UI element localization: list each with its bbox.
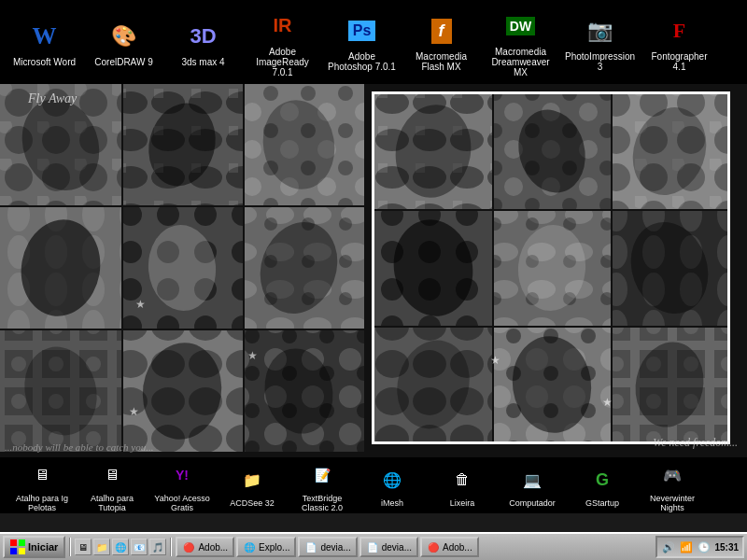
icon-label-textbridge: TextBridge Classic 2.0: [289, 494, 355, 512]
taskbar-btn-label-explorer: Explo...: [259, 542, 289, 553]
icon-acdsee[interactable]: 📁 ACDSee 32: [219, 463, 285, 508]
svg-text:★: ★: [129, 405, 139, 418]
taskbar-btn-label-devia-1: devia...: [320, 542, 350, 553]
icon-computador[interactable]: 💻 Computador: [500, 463, 565, 508]
windows-logo: [10, 539, 25, 554]
taskbar-quick-icon-3[interactable]: 🌐: [112, 539, 129, 555]
taskbar-btn-icon-adob-2: 🔴: [427, 540, 440, 553]
taskbar-btn-label-devia-2: devia...: [382, 542, 412, 553]
logo-q1: [10, 539, 17, 546]
icon-lixeira[interactable]: 🗑 Lixeira: [430, 463, 495, 508]
bottom-icon-bar: 🖥 Atalho para Ig Pelotas 🖥 Atalho para T…: [0, 457, 747, 513]
wallpaper-text-fly-away: Fly Away: [28, 91, 77, 106]
icon-3dsmax[interactable]: 3D 3ds max 4: [168, 18, 238, 67]
icon-label-adobe-imageready: Adobe ImageReady 7.0.1: [247, 47, 317, 77]
taskbar-quick-icon-1[interactable]: 🖥: [75, 539, 92, 555]
taskbar: Iniciar 🖥 📁 🌐 📧 🎵 🔴 Adob... 🌐 Explo... 📄: [0, 532, 747, 560]
icon-label-acdsee: ACDSee 32: [230, 498, 275, 508]
icon-label-computador: Computador: [509, 498, 556, 508]
icon-label-gstartup: GStartup: [585, 498, 619, 508]
svg-text:★: ★: [602, 396, 613, 409]
icon-label-yahoo-acesso: Yahoo! Acesso Gratis: [149, 494, 215, 512]
icon-photoimpression[interactable]: 📷 PhotoImpression 3: [565, 12, 635, 72]
taskbar-btn-label-adob-2: Adob...: [443, 542, 472, 553]
icon-label-microsoft-word: Microsoft Word: [13, 57, 76, 67]
start-label: Iniciar: [28, 541, 58, 553]
top-icon-bar: W Microsoft Word 🎨 CorelDRAW 9 3D 3ds ma…: [0, 0, 747, 84]
wallpaper-area: ★ ★ ★ ★ ★: [0, 84, 747, 457]
icon-atalho-tutopia[interactable]: 🖥 Atalho para Tutopia: [79, 458, 145, 512]
wallpaper-text-bottom-left: ...nobody will be able to catch you...: [5, 441, 153, 453]
taskbar-quick-icon-5[interactable]: 🎵: [149, 539, 166, 555]
wallpaper-svg: ★ ★ ★ ★ ★: [0, 84, 747, 457]
taskbar-quick-icon-4[interactable]: 📧: [131, 539, 148, 555]
icon-yahoo-acesso[interactable]: Y! Yahoo! Acesso Gratis: [149, 458, 215, 512]
icon-label-adobe-photoshop: Adobe Photoshop 7.0.1: [327, 51, 397, 72]
taskbar-btn-devia-1[interactable]: 📄 devia...: [298, 537, 357, 557]
icon-macromedia-flash[interactable]: f Macromedia Flash MX: [406, 12, 476, 72]
quick-launch: 🖥 📁 🌐 📧 🎵: [75, 539, 166, 555]
system-tray: 🔊 📶 🕒 15:31: [655, 536, 744, 558]
tray-icon-network[interactable]: 🔊: [661, 539, 676, 554]
svg-text:★: ★: [490, 354, 500, 367]
logo-q3: [10, 548, 17, 554]
taskbar-btn-adob-2[interactable]: 🔴 Adob...: [420, 537, 479, 557]
logo-q4: [19, 548, 25, 554]
icon-label-macromedia-flash: Macromedia Flash MX: [406, 51, 476, 72]
icon-adobe-photoshop[interactable]: Ps Adobe Photoshop 7.0.1: [327, 12, 397, 72]
icon-label-neverwinter: Neverwinter Nights: [640, 494, 705, 512]
icon-label-lixeira: Lixeira: [450, 498, 475, 508]
taskbar-divider-2: [170, 538, 172, 556]
taskbar-running-apps: 🔴 Adob... 🌐 Explo... 📄 devia... 📄 devia.…: [176, 537, 654, 557]
icon-adobe-imageready[interactable]: IR Adobe ImageReady 7.0.1: [247, 7, 317, 77]
icon-atalho-pelotas[interactable]: 🖥 Atalho para Ig Pelotas: [9, 458, 75, 512]
taskbar-btn-explorer[interactable]: 🌐 Explo...: [236, 537, 296, 557]
icon-neverwinter[interactable]: 🎮 Neverwinter Nights: [640, 458, 705, 512]
icon-textbridge[interactable]: 📝 TextBridge Classic 2.0: [289, 458, 355, 512]
icon-label-3dsmax: 3ds max 4: [181, 57, 224, 67]
icon-coreldraw[interactable]: 🎨 CorelDRAW 9: [89, 18, 159, 67]
taskbar-quick-icon-2[interactable]: 📁: [93, 539, 110, 555]
svg-text:★: ★: [247, 349, 258, 362]
icon-label-atalho-tutopia: Atalho para Tutopia: [79, 494, 145, 512]
taskbar-btn-icon-devia-1: 📄: [304, 540, 317, 553]
icon-fontographer[interactable]: F Fontographer 4.1: [644, 12, 714, 72]
icon-label-coreldraw: CorelDRAW 9: [94, 57, 152, 67]
icon-label-fontographer: Fontographer 4.1: [644, 51, 714, 72]
desktop: W Microsoft Word 🎨 CorelDRAW 9 3D 3ds ma…: [0, 0, 747, 560]
taskbar-btn-adob-1[interactable]: 🔴 Adob...: [176, 537, 234, 557]
tray-time: 15:31: [714, 542, 739, 553]
wallpaper-text-freedom: We need freedom...: [653, 436, 738, 450]
taskbar-divider-1: [69, 538, 71, 556]
svg-text:★: ★: [135, 298, 146, 311]
icon-macromedia-dreamweaver[interactable]: DW Macromedia Dreamweaver MX: [486, 7, 556, 77]
icon-imesh[interactable]: 🌐 iMesh: [359, 463, 425, 508]
tray-icon-volume[interactable]: 📶: [679, 539, 694, 554]
start-button[interactable]: Iniciar: [3, 536, 65, 558]
taskbar-btn-icon-explorer: 🌐: [243, 540, 256, 553]
taskbar-btn-icon-adob-1: 🔴: [182, 540, 195, 553]
taskbar-btn-devia-2[interactable]: 📄 devia...: [359, 537, 418, 557]
icon-label-photoimpression: PhotoImpression 3: [565, 51, 635, 72]
icon-label-imesh: iMesh: [381, 498, 403, 508]
icon-label-atalho-pelotas: Atalho para Ig Pelotas: [9, 494, 75, 512]
tray-icon-clock: 🕒: [697, 539, 712, 554]
taskbar-btn-icon-devia-2: 📄: [366, 540, 379, 553]
logo-q2: [19, 539, 25, 546]
icon-gstartup[interactable]: G GStartup: [570, 463, 635, 508]
taskbar-btn-label-adob-1: Adob...: [198, 542, 228, 553]
icon-microsoft-word[interactable]: W Microsoft Word: [9, 18, 79, 67]
icon-label-macromedia-dreamweaver: Macromedia Dreamweaver MX: [486, 47, 556, 77]
